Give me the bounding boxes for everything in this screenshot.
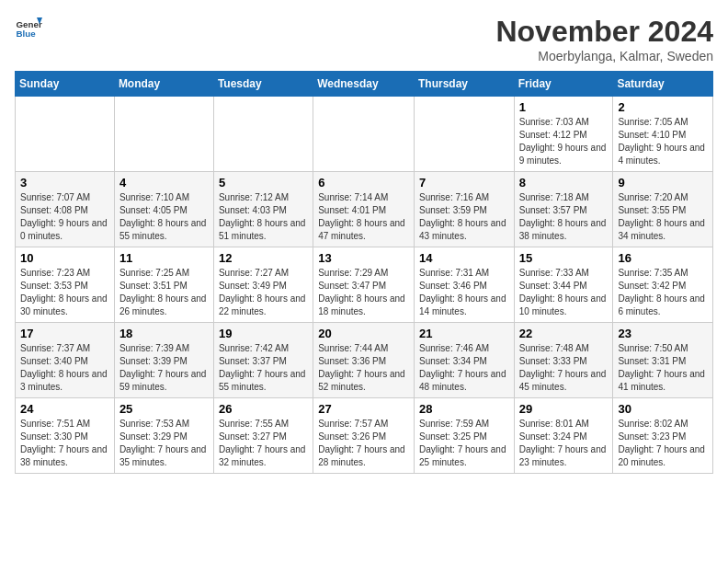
calendar-cell bbox=[313, 97, 415, 172]
calendar-cell: 7Sunrise: 7:16 AM Sunset: 3:59 PM Daylig… bbox=[414, 172, 514, 247]
calendar-cell: 25Sunrise: 7:53 AM Sunset: 3:29 PM Dayli… bbox=[114, 398, 213, 474]
day-info: Sunrise: 7:18 AM Sunset: 3:57 PM Dayligh… bbox=[519, 191, 609, 243]
month-title: November 2024 bbox=[495, 15, 713, 49]
calendar-cell: 28Sunrise: 7:59 AM Sunset: 3:25 PM Dayli… bbox=[414, 398, 514, 474]
calendar-cell: 20Sunrise: 7:44 AM Sunset: 3:36 PM Dayli… bbox=[313, 323, 415, 398]
calendar-body: 1Sunrise: 7:03 AM Sunset: 4:12 PM Daylig… bbox=[16, 97, 713, 474]
day-number: 25 bbox=[119, 402, 209, 416]
calendar-cell: 22Sunrise: 7:48 AM Sunset: 3:33 PM Dayli… bbox=[514, 323, 613, 398]
calendar-cell: 9Sunrise: 7:20 AM Sunset: 3:55 PM Daylig… bbox=[613, 172, 713, 247]
calendar-cell: 13Sunrise: 7:29 AM Sunset: 3:47 PM Dayli… bbox=[313, 247, 415, 323]
day-info: Sunrise: 8:01 AM Sunset: 3:24 PM Dayligh… bbox=[519, 418, 609, 469]
day-info: Sunrise: 7:39 AM Sunset: 3:39 PM Dayligh… bbox=[119, 342, 209, 394]
calendar-header-row: SundayMondayTuesdayWednesdayThursdayFrid… bbox=[16, 72, 713, 97]
header-wednesday: Wednesday bbox=[313, 72, 415, 97]
calendar-cell: 26Sunrise: 7:55 AM Sunset: 3:27 PM Dayli… bbox=[213, 398, 313, 474]
calendar-cell bbox=[414, 97, 514, 172]
header-monday: Monday bbox=[114, 72, 213, 97]
header-thursday: Thursday bbox=[414, 72, 514, 97]
calendar-cell: 12Sunrise: 7:27 AM Sunset: 3:49 PM Dayli… bbox=[213, 247, 313, 323]
day-number: 9 bbox=[618, 176, 708, 190]
day-number: 23 bbox=[618, 327, 708, 340]
day-info: Sunrise: 7:53 AM Sunset: 3:29 PM Dayligh… bbox=[119, 418, 209, 469]
day-info: Sunrise: 7:25 AM Sunset: 3:51 PM Dayligh… bbox=[119, 267, 209, 318]
day-info: Sunrise: 7:51 AM Sunset: 3:30 PM Dayligh… bbox=[20, 418, 109, 469]
week-row-1: 1Sunrise: 7:03 AM Sunset: 4:12 PM Daylig… bbox=[16, 97, 713, 172]
calendar-cell: 4Sunrise: 7:10 AM Sunset: 4:05 PM Daylig… bbox=[114, 172, 213, 247]
svg-text:Blue: Blue bbox=[17, 29, 37, 39]
calendar-cell: 17Sunrise: 7:37 AM Sunset: 3:40 PM Dayli… bbox=[16, 323, 115, 398]
header-tuesday: Tuesday bbox=[213, 72, 313, 97]
day-number: 1 bbox=[519, 100, 609, 114]
calendar-cell: 24Sunrise: 7:51 AM Sunset: 3:30 PM Dayli… bbox=[16, 398, 115, 474]
day-number: 10 bbox=[20, 251, 109, 265]
calendar-cell: 5Sunrise: 7:12 AM Sunset: 4:03 PM Daylig… bbox=[213, 172, 313, 247]
day-number: 24 bbox=[20, 402, 109, 416]
header-friday: Friday bbox=[514, 72, 613, 97]
day-info: Sunrise: 7:50 AM Sunset: 3:31 PM Dayligh… bbox=[618, 342, 708, 394]
day-number: 29 bbox=[519, 402, 609, 416]
day-number: 26 bbox=[219, 402, 308, 416]
calendar-cell bbox=[213, 97, 313, 172]
calendar-cell: 27Sunrise: 7:57 AM Sunset: 3:26 PM Dayli… bbox=[313, 398, 415, 474]
calendar-cell bbox=[114, 97, 213, 172]
day-info: Sunrise: 7:12 AM Sunset: 4:03 PM Dayligh… bbox=[219, 191, 308, 243]
calendar-cell: 1Sunrise: 7:03 AM Sunset: 4:12 PM Daylig… bbox=[514, 97, 613, 172]
week-row-2: 3Sunrise: 7:07 AM Sunset: 4:08 PM Daylig… bbox=[16, 172, 713, 247]
day-info: Sunrise: 7:59 AM Sunset: 3:25 PM Dayligh… bbox=[419, 418, 509, 469]
calendar-cell: 6Sunrise: 7:14 AM Sunset: 4:01 PM Daylig… bbox=[313, 172, 415, 247]
day-number: 2 bbox=[618, 100, 708, 114]
calendar-cell: 14Sunrise: 7:31 AM Sunset: 3:46 PM Dayli… bbox=[414, 247, 514, 323]
day-info: Sunrise: 7:16 AM Sunset: 3:59 PM Dayligh… bbox=[419, 191, 509, 243]
calendar-cell bbox=[16, 97, 115, 172]
day-number: 6 bbox=[318, 176, 409, 190]
calendar-cell: 2Sunrise: 7:05 AM Sunset: 4:10 PM Daylig… bbox=[613, 97, 713, 172]
day-info: Sunrise: 7:23 AM Sunset: 3:53 PM Dayligh… bbox=[20, 267, 109, 318]
page-header: General Blue November 2024 Moerbylanga, … bbox=[15, 15, 713, 63]
day-number: 4 bbox=[119, 176, 209, 190]
day-number: 19 bbox=[219, 327, 308, 340]
day-info: Sunrise: 7:37 AM Sunset: 3:40 PM Dayligh… bbox=[20, 342, 109, 394]
day-info: Sunrise: 7:55 AM Sunset: 3:27 PM Dayligh… bbox=[219, 418, 308, 469]
day-number: 16 bbox=[618, 251, 708, 265]
location: Moerbylanga, Kalmar, Sweden bbox=[495, 49, 713, 63]
day-info: Sunrise: 7:03 AM Sunset: 4:12 PM Dayligh… bbox=[519, 116, 609, 167]
header-saturday: Saturday bbox=[613, 72, 713, 97]
day-info: Sunrise: 7:14 AM Sunset: 4:01 PM Dayligh… bbox=[318, 191, 409, 243]
day-info: Sunrise: 7:46 AM Sunset: 3:34 PM Dayligh… bbox=[419, 342, 509, 394]
day-number: 12 bbox=[219, 251, 308, 265]
day-number: 8 bbox=[519, 176, 609, 190]
day-info: Sunrise: 7:33 AM Sunset: 3:44 PM Dayligh… bbox=[519, 267, 609, 318]
day-number: 15 bbox=[519, 251, 609, 265]
calendar-cell: 30Sunrise: 8:02 AM Sunset: 3:23 PM Dayli… bbox=[613, 398, 713, 474]
week-row-3: 10Sunrise: 7:23 AM Sunset: 3:53 PM Dayli… bbox=[16, 247, 713, 323]
day-info: Sunrise: 7:48 AM Sunset: 3:33 PM Dayligh… bbox=[519, 342, 609, 394]
day-info: Sunrise: 7:57 AM Sunset: 3:26 PM Dayligh… bbox=[318, 418, 409, 469]
day-number: 14 bbox=[419, 251, 509, 265]
day-number: 11 bbox=[119, 251, 209, 265]
day-number: 27 bbox=[318, 402, 409, 416]
day-info: Sunrise: 7:05 AM Sunset: 4:10 PM Dayligh… bbox=[618, 116, 708, 167]
calendar-cell: 10Sunrise: 7:23 AM Sunset: 3:53 PM Dayli… bbox=[16, 247, 115, 323]
calendar-cell: 16Sunrise: 7:35 AM Sunset: 3:42 PM Dayli… bbox=[613, 247, 713, 323]
day-number: 18 bbox=[119, 327, 209, 340]
calendar-cell: 8Sunrise: 7:18 AM Sunset: 3:57 PM Daylig… bbox=[514, 172, 613, 247]
day-number: 3 bbox=[20, 176, 109, 190]
title-section: November 2024 Moerbylanga, Kalmar, Swede… bbox=[495, 15, 713, 63]
logo-icon: General Blue bbox=[15, 15, 42, 42]
day-info: Sunrise: 7:07 AM Sunset: 4:08 PM Dayligh… bbox=[20, 191, 109, 243]
day-info: Sunrise: 7:44 AM Sunset: 3:36 PM Dayligh… bbox=[318, 342, 409, 394]
day-info: Sunrise: 7:42 AM Sunset: 3:37 PM Dayligh… bbox=[219, 342, 308, 394]
calendar-cell: 11Sunrise: 7:25 AM Sunset: 3:51 PM Dayli… bbox=[114, 247, 213, 323]
day-info: Sunrise: 8:02 AM Sunset: 3:23 PM Dayligh… bbox=[618, 418, 708, 469]
day-number: 30 bbox=[618, 402, 708, 416]
day-info: Sunrise: 7:27 AM Sunset: 3:49 PM Dayligh… bbox=[219, 267, 308, 318]
calendar-cell: 3Sunrise: 7:07 AM Sunset: 4:08 PM Daylig… bbox=[16, 172, 115, 247]
day-number: 7 bbox=[419, 176, 509, 190]
day-number: 21 bbox=[419, 327, 509, 340]
calendar-cell: 21Sunrise: 7:46 AM Sunset: 3:34 PM Dayli… bbox=[414, 323, 514, 398]
calendar-cell: 18Sunrise: 7:39 AM Sunset: 3:39 PM Dayli… bbox=[114, 323, 213, 398]
header-sunday: Sunday bbox=[16, 72, 115, 97]
day-number: 13 bbox=[318, 251, 409, 265]
day-number: 5 bbox=[219, 176, 308, 190]
